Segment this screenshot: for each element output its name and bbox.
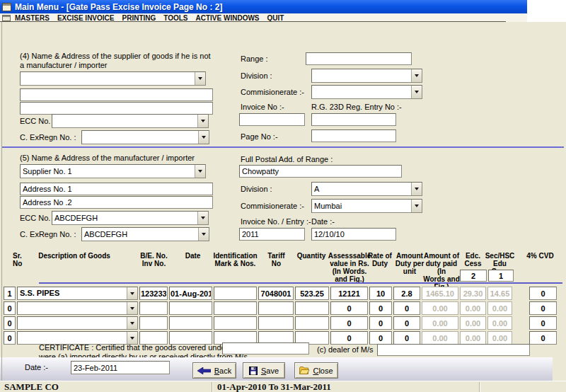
- range-input[interactable]: [306, 52, 412, 65]
- mfr-commisionerate-combo[interactable]: Mumbai: [311, 199, 422, 213]
- chevron-down-icon[interactable]: [197, 115, 208, 127]
- amount-per-unit-input[interactable]: [393, 287, 420, 300]
- menu-item-quit[interactable]: QUIT: [267, 14, 284, 22]
- certificate-received-from-input[interactable]: [222, 342, 309, 354]
- supplier-ecc-combo[interactable]: [52, 114, 209, 128]
- item-date-input[interactable]: [169, 287, 212, 300]
- duty-paid-input: [422, 301, 458, 315]
- menu-item-printing[interactable]: PRINTING: [122, 14, 156, 22]
- tariff-input[interactable]: [258, 301, 294, 315]
- be-no-input[interactable]: [139, 287, 168, 300]
- assessable-input[interactable]: [330, 287, 368, 300]
- application-window: Main Menu - [Gate Pass Excise Invoice Pa…: [0, 0, 566, 392]
- invoice-entry-input[interactable]: [239, 228, 305, 241]
- amount-per-unit-input[interactable]: [393, 316, 420, 330]
- description-combo[interactable]: [17, 301, 138, 315]
- edc-cess-input: [460, 301, 486, 315]
- entry-date-input[interactable]: [311, 228, 396, 241]
- supplier-name-combo[interactable]: [20, 71, 206, 86]
- assessable-input[interactable]: [330, 331, 368, 345]
- chevron-down-icon[interactable]: [411, 69, 422, 82]
- chevron-down-icon[interactable]: [411, 183, 422, 195]
- sr-cell: 0: [4, 301, 16, 315]
- page-no-input[interactable]: [311, 129, 396, 142]
- chevron-down-icon[interactable]: [411, 86, 422, 98]
- footer-date-input[interactable]: [71, 361, 170, 374]
- rg23d-label: R.G. 23D Reg. Entry No :-: [311, 103, 402, 112]
- cvd-input[interactable]: [529, 316, 557, 330]
- edc-cess-rate-input[interactable]: [460, 270, 487, 282]
- amount-per-unit-input[interactable]: [393, 301, 420, 315]
- assessable-input[interactable]: [330, 301, 368, 315]
- supplier-address2-input[interactable]: [20, 102, 213, 115]
- rate-of-duty-input[interactable]: [369, 331, 392, 345]
- identification-input[interactable]: [214, 316, 257, 330]
- back-button[interactable]: Back: [192, 362, 236, 379]
- supplier-exregn-combo[interactable]: [81, 130, 209, 144]
- col-header-edc-cess: Edc. Cess: [460, 252, 486, 267]
- invoice-no-input[interactable]: [239, 113, 305, 126]
- quantity-input[interactable]: [295, 301, 329, 315]
- quantity-input[interactable]: [295, 316, 329, 330]
- manufacturer-exregn-combo[interactable]: ABCDEFGH: [81, 227, 209, 241]
- assessable-input[interactable]: [330, 316, 368, 330]
- cvd-input[interactable]: [529, 287, 557, 300]
- chevron-down-icon[interactable]: [127, 332, 137, 344]
- dealer-label: (c) dealer of M/s: [317, 345, 373, 354]
- rg23d-input[interactable]: [311, 113, 396, 126]
- rate-of-duty-input[interactable]: [369, 301, 392, 315]
- invoice-no-label: Invoice No :-: [241, 103, 284, 112]
- rate-of-duty-input[interactable]: [369, 287, 392, 300]
- description-combo[interactable]: [17, 316, 138, 330]
- cvd-input[interactable]: [529, 301, 557, 315]
- manufacturer-ecc-value: ABCDEFGH: [52, 212, 197, 224]
- item-date-input[interactable]: [169, 301, 212, 315]
- duty-paid-input: [422, 316, 458, 330]
- mdi-child-icon[interactable]: [2, 15, 11, 21]
- supplier-address1-input[interactable]: [20, 88, 213, 101]
- close-button[interactable]: Close: [294, 362, 338, 379]
- col-header-date: Date: [173, 252, 212, 260]
- manufacturer-exregn-value: ABCDEFGH: [82, 228, 198, 241]
- chevron-down-icon[interactable]: [195, 165, 205, 178]
- identification-input[interactable]: [214, 287, 257, 300]
- manufacturer-ecc-combo[interactable]: ABCDEFGH: [52, 211, 209, 225]
- chevron-down-icon[interactable]: [127, 317, 137, 329]
- rate-of-duty-input[interactable]: [369, 316, 392, 330]
- menu-item-active-windows[interactable]: ACTIVE WINDOWS: [196, 14, 260, 22]
- chevron-down-icon[interactable]: [198, 131, 209, 144]
- menu-item-excise-invoice[interactable]: EXCISE INVOICE: [57, 14, 115, 22]
- sec-hsc-rate-input[interactable]: [488, 270, 514, 282]
- item-date-input[interactable]: [169, 316, 212, 330]
- be-no-input[interactable]: [139, 301, 168, 315]
- mfr-division-label: Division :: [241, 185, 272, 194]
- menu-item-tools[interactable]: TOOLS: [163, 14, 187, 22]
- manufacturer-address2-input[interactable]: [20, 196, 213, 209]
- dealer-input[interactable]: [377, 344, 530, 356]
- mfr-division-combo[interactable]: A: [311, 182, 422, 196]
- col-header-quantity: Quantity: [294, 252, 329, 260]
- manufacturer-name-combo[interactable]: Supplier No. 1: [20, 164, 206, 178]
- tariff-input[interactable]: [258, 287, 294, 300]
- chevron-down-icon[interactable]: [127, 302, 137, 314]
- manufacturer-address1-input[interactable]: [20, 183, 213, 195]
- quantity-input[interactable]: [295, 287, 329, 300]
- tariff-input[interactable]: [258, 316, 294, 330]
- chevron-down-icon[interactable]: [127, 287, 137, 299]
- division-combo[interactable]: [311, 69, 422, 83]
- cvd-input[interactable]: [529, 331, 557, 345]
- be-no-input[interactable]: [139, 316, 168, 330]
- window-title: Main Menu - [Gate Pass Excise Invoice Pa…: [15, 2, 222, 12]
- postal-range-input[interactable]: [239, 165, 402, 178]
- supplier-ecc-label: ECC No. :: [20, 117, 55, 126]
- chevron-down-icon[interactable]: [195, 72, 205, 85]
- chevron-down-icon[interactable]: [197, 212, 208, 224]
- identification-input[interactable]: [214, 301, 257, 315]
- commisionerate-combo[interactable]: [311, 85, 422, 99]
- save-button[interactable]: Save: [243, 362, 285, 379]
- amount-per-unit-input[interactable]: [393, 331, 420, 345]
- chevron-down-icon[interactable]: [411, 200, 422, 212]
- description-combo[interactable]: S.S. PIPES: [17, 287, 138, 300]
- menu-item-masters[interactable]: MASTERS: [15, 14, 50, 22]
- chevron-down-icon[interactable]: [198, 228, 209, 241]
